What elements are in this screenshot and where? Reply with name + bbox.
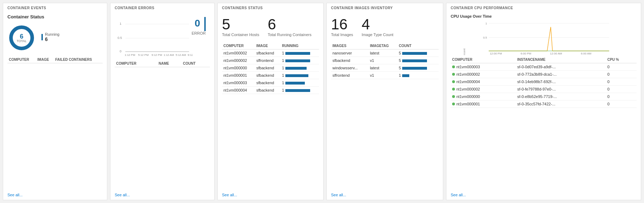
svg-text:12:00 AM: 12:00 AM [550,52,562,55]
errors-see-all[interactable]: See all... [110,191,214,200]
donut-total: 6 [17,33,27,40]
status-see-all[interactable]: See all... [218,191,323,200]
inventory-col-images: IMAGES [331,42,369,50]
cpu-table: COMPUTER INSTANCENAME CPU % nt1vm000003 … [451,56,637,108]
svg-text:6:00 AM: 6:00 AM [581,52,592,55]
table-row: windowsserv... latest 5 [331,64,439,72]
legend-bar-running [41,34,43,40]
errors-chart-wrapper: 0 ERROR 1 0.5 0 1:12 PM [115,14,210,60]
table-row: sfbackend v1 5 [331,57,439,64]
inv-cell-images: sffrontend [331,72,369,79]
status-cell-computer: nt1vm000000 [222,64,255,72]
running-bar [285,67,307,70]
cpu-cell-cpu: 0 [606,71,637,78]
stat-total-images: 16 Total Images [331,17,353,37]
table-row: nt1vm000003 sf-0-0d07ed39-a9df-... 0 [451,63,637,71]
inv-cell-images: nanoserver [331,50,369,57]
status-header-row: COMPUTER IMAGE RUNNING [222,42,319,50]
count-bar [402,59,427,62]
panel-container-events: CONTAINER EVENTS Container Status 6 TOTA… [3,3,107,200]
status-col-running: RUNNING [280,42,319,50]
svg-text:9:12 PM: 9:12 PM [152,53,162,57]
svg-text:5:12 PM: 5:12 PM [138,53,149,57]
inv-cell-images: windowsserv... [331,64,369,72]
events-see-all[interactable]: See all... [3,191,107,200]
error-count: 0 [192,17,206,31]
errors-col-name: NAME [157,60,182,67]
inv-cell-imagetag: latest [369,50,398,57]
error-badge: 0 ERROR [192,17,206,35]
cpu-cell-instance: sf-0-0d07ed39-a9df-... [516,63,606,71]
stat-running-label: Total Running Containers [268,33,312,37]
status-cell-image: sfbackend [255,64,280,72]
legend-running-info: Running 6 [45,32,59,42]
cpu-col-cpu: CPU % [606,56,637,63]
status-cell-image: sfbackend [255,72,280,79]
errors-col-count: COUNT [182,60,210,67]
status-cell-running: 1 [280,72,319,79]
status-cell-image: sfbackend [255,50,280,57]
stat-total-hosts: 5 Total Container Hosts [222,17,259,37]
errors-table-header-row: COMPUTER NAME COUNT [115,60,210,67]
cpu-cell-cpu: 0 [606,63,637,71]
table-row: nt1vm000001 sfbackend 1 [222,72,319,79]
cpu-cell-instance: sf-0-14eb98b7-692f-... [516,78,606,86]
status-dot [452,73,455,76]
status-cell-image: sffrontend [255,57,280,64]
error-bar-icon [204,17,206,31]
inv-cell-count: 5 [398,57,439,64]
table-row: nt1vm000004 sf-0-14eb98b7-692f-... 0 [451,78,637,86]
table-row: nt1vm000000 sfbackend 1 [222,64,319,72]
cpu-cell-computer: nt1vm000003 [451,63,516,71]
cpu-table-body: nt1vm000003 sf-0-0d07ed39-a9df-... 0 nt1… [451,63,637,108]
stat-total-hosts-label: Total Container Hosts [222,33,259,37]
inventory-stats-row: 16 Total Images 4 Image Type Count [331,14,439,42]
panel-cpu-title: CONTAINER CPU PERFORMANCE [446,3,641,11]
status-cell-running: 1 [280,87,319,94]
inventory-header-row: IMAGES IMAGETAG COUNT [331,42,439,50]
inv-cell-count: 1 [398,72,439,79]
legend-running-value: 6 [45,36,59,42]
status-col-computer: COMPUTER [222,42,255,50]
stat-image-type-value: 4 [361,17,393,32]
svg-text:9:12 AM: 9:12 AM [188,53,193,57]
status-cell-computer: nt1vm000002 [222,50,255,57]
svg-text:1: 1 [485,22,487,25]
error-count-value: 0 [195,18,200,29]
table-row: nanoserver latest 5 [331,50,439,57]
table-row: nt1vm000002 sffrontend 1 [222,57,319,64]
legend: Running 6 [41,32,59,44]
table-row: nt1vm000001 sf-0-35cc57fd-7422-... 0 [451,100,637,108]
status-table: COMPUTER IMAGE RUNNING nt1vm000002 sfbac… [222,42,319,94]
inventory-see-all[interactable]: See all... [327,191,443,200]
cpu-cell-instance: sf-0-35cc57fd-7422-... [516,100,606,108]
inventory-col-count: COUNT [398,42,439,50]
inv-cell-images: sfbackend [331,57,369,64]
donut-label: TOTAL [17,40,27,43]
count-bar [402,74,409,77]
panel-inventory-content: 16 Total Images 4 Image Type Count IMAGE… [327,11,443,191]
status-cell-running: 1 [280,57,319,64]
cpu-cell-instance: sf-0-e8b52e95-7719-... [516,93,606,100]
running-bar [285,52,310,55]
panel-errors-title: CONTAINER ERRORS [110,3,214,11]
svg-text:0.5: 0.5 [118,36,122,40]
panel-status-content: 5 Total Container Hosts 6 Total Running … [218,11,323,191]
events-table: COMPUTER IMAGE FAILED CONTAINERS [7,56,103,63]
status-dot [452,88,455,91]
cpu-cell-cpu: 0 [606,86,637,93]
events-col-failed: FAILED CONTAINERS [54,56,103,63]
svg-text:AvgCPUPercent: AvgCPUPercent [463,48,466,55]
panel-cpu-performance: CONTAINER CPU PERFORMANCE CPU Usage Over… [446,3,641,200]
cpu-see-all[interactable]: See all... [446,191,641,200]
cpu-col-instance: INSTANCENAME [516,56,606,63]
cpu-col-computer: COMPUTER [451,56,516,63]
running-bar [285,89,310,92]
svg-text:5:12 AM: 5:12 AM [176,53,186,57]
panel-events-title: CONTAINER EVENTS [3,3,107,11]
svg-text:1: 1 [120,22,121,25]
panel-images-inventory: CONTAINER IMAGES INVENTORY 16 Total Imag… [326,3,443,200]
status-dot [452,80,455,83]
svg-text:6:00 PM: 6:00 PM [521,52,531,55]
cpu-cell-computer: nt1vm000002 [451,71,516,78]
